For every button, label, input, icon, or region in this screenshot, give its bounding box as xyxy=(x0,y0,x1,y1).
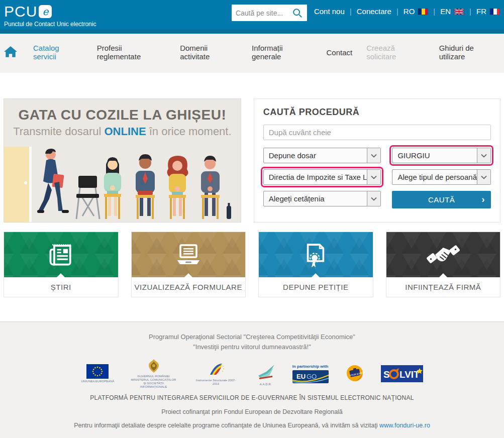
site-search-input[interactable] xyxy=(236,9,292,17)
nav-item-catalog-servicii[interactable]: Catalog servicii xyxy=(33,44,83,61)
keyword-input[interactable] xyxy=(263,125,491,140)
seated-woman-yellow xyxy=(167,156,188,219)
main-nav: Catalog servicii Profesii reglementate D… xyxy=(0,34,504,73)
laptop-icon xyxy=(172,242,205,268)
logo-e-badge: e xyxy=(39,5,52,18)
nav-item-domenii-activitate[interactable]: Domenii activitate xyxy=(180,44,238,61)
cauta-button[interactable]: CAUTĂ › xyxy=(392,191,491,208)
top-header: PCU e Punctul de Contact Unic electronic… xyxy=(0,0,504,30)
info-line: Pentru informaţii detaliate despre celel… xyxy=(0,422,504,429)
tile-infiinteaza-firma[interactable]: INFIINȚEAZĂ FIRMĂ xyxy=(386,232,501,297)
romania-flag-icon xyxy=(418,8,428,15)
certificate-icon xyxy=(301,240,330,270)
nav-item-ghiduri-utilizare[interactable]: Ghiduri de utilizare xyxy=(439,44,500,61)
logo-text: PCU xyxy=(4,4,37,19)
seated-woman-teal xyxy=(104,157,121,219)
program-line-2: "Investiţii pentru viitorul dumneavoastr… xyxy=(0,342,504,352)
login-link[interactable]: Conectare xyxy=(357,7,391,16)
header-bottom-strip xyxy=(0,30,504,34)
tip-persoana-select[interactable]: Alege tipul de persoană xyxy=(392,169,491,185)
main-content: GATA CU COZILE LA GHIȘEU! Transmite dosa… xyxy=(0,73,504,321)
guvernul-romaniei-logo: GUVERNUL ROMÂNIEI MINISTERUL COMUNICAŢII… xyxy=(131,359,177,389)
eugo-logo: In partnership with EU GO xyxy=(292,364,329,383)
chevron-down-icon xyxy=(367,170,380,184)
hero-subtitle: Transmite dosarul ONLINE în orice moment… xyxy=(4,125,241,138)
new-account-link[interactable]: Cont nou xyxy=(314,7,345,16)
lang-ro[interactable]: RO xyxy=(404,7,429,16)
lang-en[interactable]: EN xyxy=(440,7,464,16)
nav-item-profesii-reglementate[interactable]: Profesii reglementate xyxy=(97,44,166,61)
institutie-select[interactable]: Directia de Impozite si Taxe L xyxy=(263,169,381,185)
tile-depune-petitie[interactable]: DEPUNE PETIȚIE xyxy=(258,232,373,297)
nav-item-informatii-generale[interactable]: Informații generale xyxy=(252,44,313,61)
seated-man-grey xyxy=(201,156,220,219)
chevron-down-icon xyxy=(367,148,380,163)
chevron-down-icon xyxy=(477,148,490,163)
project-line: Proiect cofinanţat prin Fondul European … xyxy=(0,408,504,415)
partner-logos-row: UNIUNEA EUROPEANĂ GUVERNUL ROMÂNIEI MINI… xyxy=(0,359,504,388)
search-card-title: CAUTĂ PROCEDURĂ xyxy=(263,107,491,118)
tile-vizualizeaza-formulare[interactable]: VIZUALIZEAZĂ FORMULARE xyxy=(131,232,246,297)
newspaper-icon xyxy=(46,240,76,269)
france-flag-icon xyxy=(489,8,500,15)
uk-flag-icon xyxy=(454,8,464,15)
tip-procedura-select[interactable]: Depune dosar xyxy=(263,148,381,163)
search-procedure-card: CAUTĂ PROCEDURĂ Depune dosar GIURGIU Dir… xyxy=(254,98,500,223)
fonduri-ue-link[interactable]: www.fonduri-ue.ro xyxy=(379,422,430,429)
bottle xyxy=(227,203,231,219)
home-icon[interactable] xyxy=(4,46,17,58)
handshake-icon xyxy=(426,242,461,267)
judet-select[interactable]: GIURGIU xyxy=(392,148,491,163)
empty-chair xyxy=(76,176,99,219)
eu-flag-logo: UNIUNEA EUROPEANĂ xyxy=(81,364,114,383)
page-footer: Programul Operaţional Sectorial "Creşter… xyxy=(0,321,504,438)
instrumente-structurale-logo: Instrumente Structurale 2007-2013 xyxy=(193,362,239,386)
svg-text:LVIT: LVIT xyxy=(399,369,420,380)
cetatenie-select[interactable]: Alegeți cetățenia xyxy=(263,191,381,206)
svg-text:EU: EU xyxy=(296,373,306,380)
site-search-box xyxy=(232,5,307,21)
nav-item-creeaza-solicitare[interactable]: Creează solicitare xyxy=(366,44,425,61)
nav-item-contact[interactable]: Contact xyxy=(327,48,353,57)
solvit-logo: S LVIT xyxy=(381,365,423,382)
svg-text:S: S xyxy=(383,369,390,380)
chevron-down-icon xyxy=(477,170,490,184)
hero-banner: GATA CU COZILE LA GHIȘEU! Transmite dosa… xyxy=(4,98,241,223)
hero-illustration xyxy=(4,147,241,222)
program-line-1: Programul Operaţional Sectorial "Creşter… xyxy=(0,332,504,342)
aadr-logo: A.A.D.R. xyxy=(255,362,276,386)
seated-man-navy xyxy=(136,154,155,219)
chevron-down-icon xyxy=(367,191,380,206)
platform-line: PLATFORMĂ PENTRU INTEGRAREA SERVICIILOR … xyxy=(0,394,504,401)
walking-man xyxy=(37,149,69,213)
hero-online-highlight: ONLINE xyxy=(105,125,146,138)
arrow-right-icon: › xyxy=(482,194,485,205)
logo-tagline: Punctul de Contact Unic electronic xyxy=(4,21,96,28)
search-icon[interactable] xyxy=(292,8,303,19)
lang-fr[interactable]: FR xyxy=(476,7,500,16)
svg-text:GO: GO xyxy=(307,373,317,380)
tile-stiri[interactable]: ȘTIRI xyxy=(4,232,119,297)
your-europe-logo: YOUR EUROPE xyxy=(345,364,365,384)
site-logo[interactable]: PCU e Punctul de Contact Unic electronic xyxy=(4,4,96,30)
hero-title: GATA CU COZILE LA GHIȘEU! xyxy=(4,107,241,123)
